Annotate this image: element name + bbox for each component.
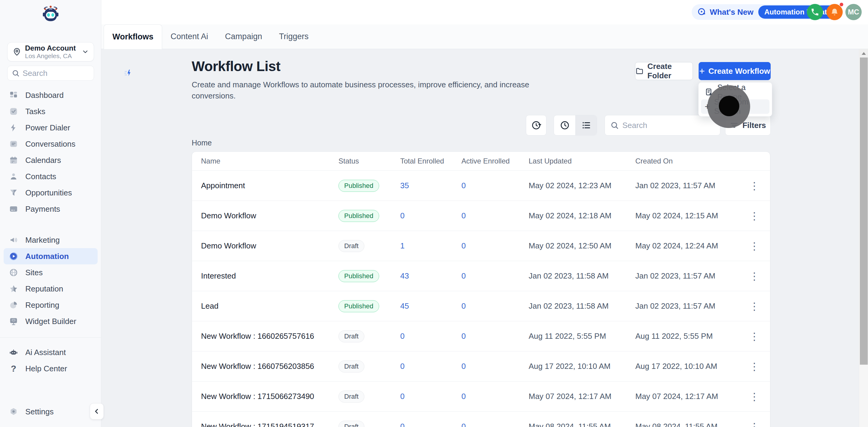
notifications-button[interactable] — [827, 4, 843, 20]
phone-icon — [810, 7, 819, 17]
sidebar-item-reputation[interactable]: Reputation — [0, 281, 101, 297]
row-menu-button[interactable]: ⋮ — [749, 392, 760, 401]
phone-button[interactable] — [807, 4, 823, 20]
table-row[interactable]: Appointment Published 35 0 May 02 2024, … — [192, 170, 770, 201]
sidebar-item-opportunities[interactable]: Opportunities — [0, 185, 101, 201]
workflow-name[interactable]: Interested — [201, 271, 338, 281]
sidebar-item-widget-builder[interactable]: Widget Builder — [0, 313, 101, 329]
workflow-name[interactable]: New Workflow : 1715066273490 — [201, 392, 338, 401]
row-menu-button[interactable]: ⋮ — [749, 362, 760, 371]
workflow-name[interactable]: Demo Workflow — [201, 211, 338, 221]
sidebar-item-help-center[interactable]: ? Help Center — [0, 360, 101, 377]
sidebar-item-power-dialer[interactable]: Power Dialer — [0, 120, 101, 136]
active-enrolled-link[interactable]: 0 — [461, 181, 529, 190]
workflow-name[interactable]: New Workflow : 1715194519317 — [201, 422, 338, 427]
sidebar-item-calendars[interactable]: Calendars — [0, 152, 101, 168]
account-switcher[interactable]: Demo Account Los Angeles, CA — [7, 42, 94, 61]
sidebar-search-input[interactable] — [23, 69, 124, 78]
tab-workflows[interactable]: Workflows — [104, 24, 162, 49]
history-button[interactable] — [526, 115, 547, 135]
sidebar-item-ai-assistant[interactable]: Ai Assistant — [0, 344, 101, 360]
sidebar-item-settings[interactable]: Settings — [0, 403, 101, 420]
view-toggle-list[interactable] — [575, 115, 597, 135]
tab-content-ai[interactable]: Content Ai — [162, 24, 217, 49]
sidebar-item-dashboard[interactable]: Dashboard — [0, 87, 101, 103]
sidebar-item-marketing[interactable]: Marketing — [0, 232, 101, 248]
row-menu-button[interactable]: ⋮ — [749, 422, 760, 427]
col-header-total-enrolled[interactable]: Total Enrolled — [400, 157, 461, 165]
active-enrolled-link[interactable]: 0 — [461, 362, 529, 371]
active-enrolled-link[interactable]: 0 — [461, 301, 529, 311]
create-workflow-button[interactable]: + Create Workflow — [699, 62, 771, 80]
workflow-name[interactable]: Demo Workflow — [201, 241, 338, 251]
sidebar-item-sites[interactable]: Sites — [0, 264, 101, 281]
workflow-name[interactable]: New Workflow : 1660756203856 — [201, 362, 338, 371]
scrollbar[interactable] — [859, 49, 868, 427]
col-header-last-updated[interactable]: Last Updated — [529, 157, 635, 165]
active-enrolled-link[interactable]: 0 — [461, 211, 529, 221]
table-row[interactable]: Demo Workflow Published 0 0 May 02 2024,… — [192, 201, 770, 231]
total-enrolled-link[interactable]: 45 — [400, 301, 461, 311]
col-header-status[interactable]: Status — [338, 157, 400, 165]
workflow-name[interactable]: New Workflow : 1660265757616 — [201, 332, 338, 341]
create-folder-button[interactable]: Create Folder — [635, 62, 693, 80]
clock-history-icon — [531, 120, 541, 130]
row-menu-button[interactable]: ⋮ — [749, 211, 760, 221]
table-row[interactable]: New Workflow : 1660756203856 Draft 0 0 A… — [192, 351, 770, 381]
workflow-search-input[interactable] — [622, 121, 723, 130]
brand-logo — [0, 5, 101, 24]
sidebar-collapse-button[interactable] — [90, 403, 104, 420]
breadcrumb[interactable]: Home — [192, 138, 212, 147]
total-enrolled-link[interactable]: 1 — [400, 241, 461, 251]
col-header-active-enrolled[interactable]: Active Enrolled — [461, 157, 529, 165]
row-menu-button[interactable]: ⋮ — [749, 181, 760, 190]
workflow-search — [604, 115, 720, 135]
scrollbar-thumb[interactable] — [860, 58, 868, 365]
active-enrolled-link[interactable]: 0 — [461, 422, 529, 427]
row-menu-button[interactable]: ⋮ — [749, 272, 760, 281]
last-updated: May 02 2024, 12:18 AM — [529, 211, 635, 221]
workflow-name[interactable]: Lead — [201, 301, 338, 311]
sidebar-item-reporting[interactable]: Reporting — [0, 297, 101, 313]
total-enrolled-link[interactable]: 35 — [400, 181, 461, 190]
filters-button[interactable]: Filters — [725, 115, 771, 135]
tab-triggers[interactable]: Triggers — [271, 24, 317, 49]
table-row[interactable]: Lead Published 45 0 Jan 02 2023, 11:58 A… — [192, 291, 770, 321]
avatar[interactable]: MC — [845, 4, 862, 20]
sidebar-item-tasks[interactable]: Tasks — [0, 103, 101, 120]
total-enrolled-link[interactable]: 0 — [400, 392, 461, 401]
col-header-created-on[interactable]: Created On — [635, 157, 744, 165]
table-row[interactable]: New Workflow : 1660265757616 Draft 0 0 A… — [192, 321, 770, 351]
total-enrolled-link[interactable]: 0 — [400, 332, 461, 341]
scrollbar-up-arrow[interactable] — [859, 49, 868, 58]
last-updated: May 08 2024, 11:55 AM — [529, 422, 635, 427]
table-row[interactable]: Demo Workflow Draft 1 0 May 02 2024, 12:… — [192, 231, 770, 261]
total-enrolled-link[interactable]: 43 — [400, 271, 461, 281]
quick-actions-bolt-icon[interactable] — [124, 69, 132, 77]
row-menu-button[interactable]: ⋮ — [749, 332, 760, 341]
sidebar-item-contacts[interactable]: Contacts — [0, 168, 101, 185]
row-menu-button[interactable]: ⋮ — [749, 302, 760, 311]
account-name: Demo Account — [25, 44, 82, 53]
menu-item-start-from-scratch[interactable]: + Start from Scratch — [701, 99, 770, 114]
total-enrolled-link[interactable]: 0 — [400, 422, 461, 427]
workflow-name[interactable]: Appointment — [201, 181, 338, 190]
table-row[interactable]: New Workflow : 1715066273490 Draft 0 0 M… — [192, 381, 770, 412]
create-workflow-menu: Select a Recipe + Start from Scratch — [698, 82, 772, 117]
row-menu-button[interactable]: ⋮ — [749, 241, 760, 251]
view-toggle-history[interactable] — [554, 115, 575, 135]
table-row[interactable]: Interested Published 43 0 Jan 02 2023, 1… — [192, 261, 770, 291]
sidebar-item-automation[interactable]: Automation — [4, 248, 98, 264]
total-enrolled-link[interactable]: 0 — [400, 211, 461, 221]
active-enrolled-link[interactable]: 0 — [461, 392, 529, 401]
active-enrolled-link[interactable]: 0 — [461, 332, 529, 341]
col-header-name[interactable]: Name — [201, 157, 338, 165]
whats-new-icon — [697, 7, 707, 17]
active-enrolled-link[interactable]: 0 — [461, 271, 529, 281]
table-row[interactable]: New Workflow : 1715194519317 Draft 0 0 M… — [192, 412, 770, 427]
sidebar-item-conversations[interactable]: Conversations — [0, 136, 101, 152]
tab-campaign[interactable]: Campaign — [217, 24, 271, 49]
sidebar-item-payments[interactable]: Payments — [0, 201, 101, 217]
total-enrolled-link[interactable]: 0 — [400, 362, 461, 371]
active-enrolled-link[interactable]: 0 — [461, 241, 529, 251]
